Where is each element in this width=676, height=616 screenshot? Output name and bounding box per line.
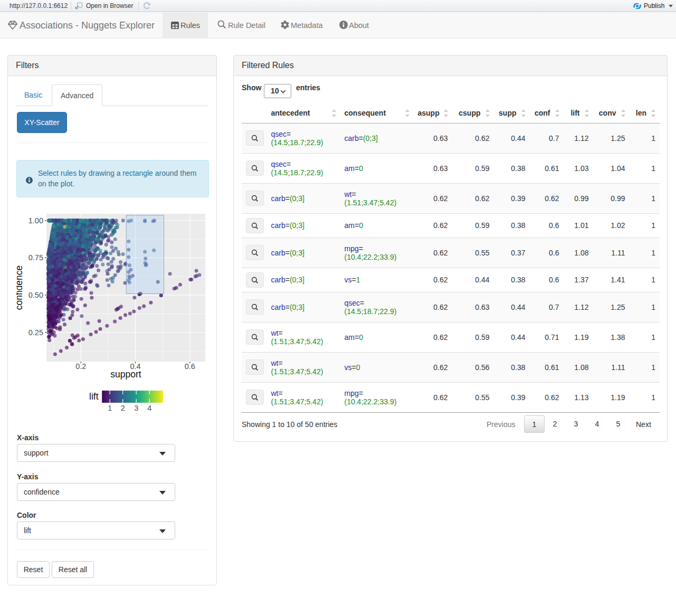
svg-text:1: 1: [108, 404, 112, 412]
svg-text:0.50: 0.50: [28, 291, 43, 299]
svg-text:support: support: [110, 369, 141, 380]
svg-text:0.75: 0.75: [28, 253, 43, 262]
svg-text:0.25: 0.25: [28, 328, 43, 337]
svg-text:confidence: confidence: [16, 266, 24, 310]
svg-text:0.6: 0.6: [185, 362, 195, 371]
svg-text:1.00: 1.00: [28, 216, 43, 225]
svg-text:4: 4: [147, 404, 151, 412]
svg-text:lift: lift: [89, 391, 99, 402]
svg-text:0.2: 0.2: [75, 362, 86, 371]
svg-text:3: 3: [134, 404, 138, 412]
svg-text:2: 2: [121, 404, 125, 412]
